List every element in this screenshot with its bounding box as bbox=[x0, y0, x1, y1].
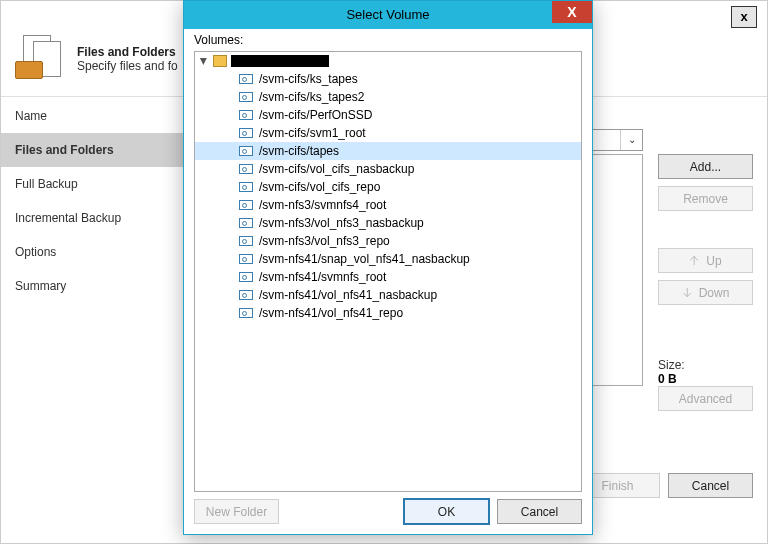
size-label: Size: bbox=[658, 358, 753, 372]
nav-summary[interactable]: Summary bbox=[1, 269, 186, 303]
volume-label: /svm-cifs/ks_tapes bbox=[259, 72, 358, 86]
down-arrow-icon: 🡣 bbox=[682, 287, 693, 299]
page-title: Files and Folders bbox=[77, 45, 178, 59]
volume-label: /svm-nfs41/vol_nfs41_nasbackup bbox=[259, 288, 437, 302]
volume-label: /svm-nfs41/snap_vol_nfs41_nasbackup bbox=[259, 252, 470, 266]
wizard-header-text: Files and Folders Specify files and fo bbox=[77, 45, 178, 73]
dialog-footer: New Folder OK Cancel bbox=[194, 499, 582, 524]
volume-row[interactable]: /svm-nfs3/vol_nfs3_nasbackup bbox=[195, 214, 581, 232]
nav-name[interactable]: Name bbox=[1, 99, 186, 133]
caret-icon[interactable]: ▶ bbox=[199, 56, 209, 66]
new-folder-button: New Folder bbox=[194, 499, 279, 524]
volume-icon bbox=[239, 236, 253, 246]
volume-label: /svm-cifs/ks_tapes2 bbox=[259, 90, 364, 104]
drive-icon bbox=[213, 55, 227, 67]
volume-icon bbox=[239, 128, 253, 138]
dialog-body: Volumes: ▶ /svm-cifs/ks_tapes/svm-cifs/k… bbox=[194, 33, 582, 492]
volume-row[interactable]: /svm-cifs/vol_cifs_repo bbox=[195, 178, 581, 196]
volume-icon bbox=[239, 218, 253, 228]
volume-icon bbox=[239, 272, 253, 282]
nav-files-folders[interactable]: Files and Folders bbox=[1, 133, 186, 167]
ok-button[interactable]: OK bbox=[404, 499, 489, 524]
dialog-titlebar[interactable]: Select Volume X bbox=[184, 1, 592, 29]
volume-row[interactable]: /svm-nfs41/vol_nfs41_repo bbox=[195, 304, 581, 322]
wizard-footer-buttons: Finish Cancel bbox=[575, 473, 753, 498]
volume-row[interactable]: /svm-cifs/ks_tapes bbox=[195, 70, 581, 88]
volumes-tree[interactable]: ▶ /svm-cifs/ks_tapes/svm-cifs/ks_tapes2/… bbox=[194, 51, 582, 492]
volume-label: /svm-nfs3/vol_nfs3_nasbackup bbox=[259, 216, 424, 230]
wizard-cancel-button[interactable]: Cancel bbox=[668, 473, 753, 498]
up-arrow-icon: 🡡 bbox=[689, 255, 700, 267]
volume-row[interactable]: /svm-cifs/PerfOnSSD bbox=[195, 106, 581, 124]
volume-label: /svm-cifs/vol_cifs_repo bbox=[259, 180, 380, 194]
volume-icon bbox=[239, 200, 253, 210]
volume-icon bbox=[239, 74, 253, 84]
volume-row[interactable]: /svm-cifs/ks_tapes2 bbox=[195, 88, 581, 106]
chevron-down-icon[interactable]: ⌄ bbox=[620, 130, 642, 150]
page-subtitle: Specify files and fo bbox=[77, 59, 178, 73]
volume-row[interactable]: /svm-nfs41/svmnfs_root bbox=[195, 268, 581, 286]
down-button: 🡣 Down bbox=[658, 280, 753, 305]
nav-full-backup[interactable]: Full Backup bbox=[1, 167, 186, 201]
volume-label: /svm-nfs3/svmnfs4_root bbox=[259, 198, 386, 212]
volume-label: /svm-cifs/svm1_root bbox=[259, 126, 366, 140]
volume-icon bbox=[239, 308, 253, 318]
volume-label: /svm-nfs41/vol_nfs41_repo bbox=[259, 306, 403, 320]
volume-row[interactable]: /svm-nfs41/vol_nfs41_nasbackup bbox=[195, 286, 581, 304]
volume-icon bbox=[239, 146, 253, 156]
volume-icon bbox=[239, 110, 253, 120]
nav-options[interactable]: Options bbox=[1, 235, 186, 269]
down-label: Down bbox=[699, 286, 730, 300]
redacted-host-label bbox=[231, 55, 329, 67]
size-info: Size: 0 B bbox=[658, 358, 753, 386]
dialog-cancel-button[interactable]: Cancel bbox=[497, 499, 582, 524]
wizard-nav: Name Files and Folders Full Backup Incre… bbox=[1, 99, 186, 498]
advanced-button: Advanced bbox=[658, 386, 753, 411]
volume-label: /svm-cifs/vol_cifs_nasbackup bbox=[259, 162, 414, 176]
add-button[interactable]: Add... bbox=[658, 154, 753, 179]
volume-label: /svm-nfs3/vol_nfs3_repo bbox=[259, 234, 390, 248]
volume-row[interactable]: /svm-cifs/vol_cifs_nasbackup bbox=[195, 160, 581, 178]
volume-icon bbox=[239, 92, 253, 102]
select-volume-dialog: Select Volume X Volumes: ▶ /svm-cifs/ks_… bbox=[183, 0, 593, 535]
nav-incremental-backup[interactable]: Incremental Backup bbox=[1, 201, 186, 235]
volume-icon bbox=[239, 164, 253, 174]
tree-root[interactable]: ▶ bbox=[195, 52, 581, 70]
volume-label: /svm-nfs41/svmnfs_root bbox=[259, 270, 386, 284]
advanced-wrap: Advanced bbox=[658, 386, 753, 418]
side-button-column: Add... Remove 🡡 Up 🡣 Down bbox=[658, 154, 753, 312]
volume-icon bbox=[239, 290, 253, 300]
volume-row[interactable]: /svm-nfs3/svmnfs4_root bbox=[195, 196, 581, 214]
close-button[interactable]: x bbox=[731, 6, 757, 28]
volume-label: /svm-cifs/tapes bbox=[259, 144, 339, 158]
up-label: Up bbox=[706, 254, 721, 268]
up-button: 🡡 Up bbox=[658, 248, 753, 273]
dialog-close-button[interactable]: X bbox=[552, 1, 592, 23]
volume-row[interactable]: /svm-cifs/tapes bbox=[195, 142, 581, 160]
volume-icon bbox=[239, 182, 253, 192]
size-value: 0 B bbox=[658, 372, 753, 386]
files-folders-icon bbox=[15, 35, 63, 83]
volume-label: /svm-cifs/PerfOnSSD bbox=[259, 108, 372, 122]
volume-row[interactable]: /svm-cifs/svm1_root bbox=[195, 124, 581, 142]
volume-icon bbox=[239, 254, 253, 264]
remove-button: Remove bbox=[658, 186, 753, 211]
volume-row[interactable]: /svm-nfs41/snap_vol_nfs41_nasbackup bbox=[195, 250, 581, 268]
volume-row[interactable]: /svm-nfs3/vol_nfs3_repo bbox=[195, 232, 581, 250]
dialog-title: Select Volume bbox=[346, 7, 429, 22]
volumes-label: Volumes: bbox=[194, 33, 582, 47]
